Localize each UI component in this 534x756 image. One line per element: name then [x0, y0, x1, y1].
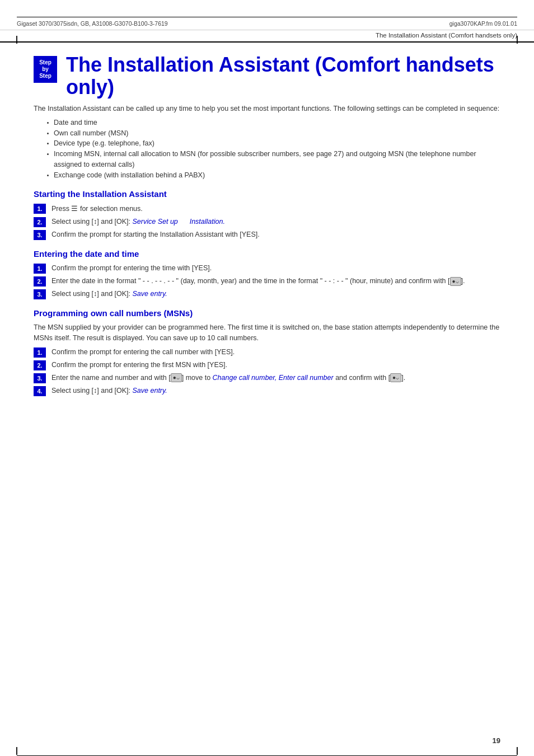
step-text-starting-1: Press ☰ for selection menus. — [51, 203, 500, 214]
bullet-item-1: Date and time — [47, 118, 500, 128]
step-text-datetime-1: Confirm the prompt for entering the time… — [51, 263, 500, 274]
page-number: 19 — [493, 736, 500, 745]
step-text-starting-3: Confirm the prompt for starting the Inst… — [51, 229, 500, 240]
step-msn-1: 1. Confirm the prompt for entering the c… — [34, 347, 500, 358]
corner-mark-bl: | — [16, 746, 18, 755]
step-num-dt-2: 2. — [34, 276, 46, 287]
step-datetime-1: 1. Confirm the prompt for entering the t… — [34, 263, 500, 274]
corner-mark-tl: | — [16, 35, 18, 44]
step-msn-4: 4. Select using [↕] and [OK]: Save entry… — [34, 386, 500, 396]
step-num-dt-1: 1. — [34, 264, 46, 274]
step-num-msn-3: 3. — [34, 373, 46, 383]
step-badge: Step by Step — [34, 56, 57, 83]
step-starting-1: 1. Press ☰ for selection menus. — [34, 203, 500, 214]
title-section: Step by Step The Installation Assistant … — [34, 54, 500, 98]
main-content: Step by Step The Installation Assistant … — [0, 43, 534, 421]
step-datetime-2: 2. Enter the date in the format " - - . … — [34, 276, 500, 287]
intro-bullets: Date and time Own call number (MSN) Devi… — [47, 118, 500, 181]
header-meta-left: Gigaset 3070/3075isdn, GB, A31008-G3070-… — [17, 20, 168, 27]
step-num-1: 1. — [34, 204, 46, 214]
step-num-msn-1: 1. — [34, 348, 46, 358]
bullet-item-4: Incoming MSN, internal call allocation t… — [47, 149, 500, 170]
step-text-starting-2: Select using [↕] and [OK]: Service Set u… — [51, 217, 500, 227]
header-page-title: The Installation Assistant (Comfort hand… — [0, 30, 534, 43]
section-heading-datetime: Entering the date and time — [34, 249, 500, 259]
step-num-msn-4: 4. — [34, 386, 46, 396]
step-starting-2: 2. Select using [↕] and [OK]: Service Se… — [34, 217, 500, 227]
intro-description: The Installation Assistant can be called… — [34, 104, 500, 114]
step-text-msn-3: Enter the name and number and with [●⌵] … — [51, 373, 500, 383]
header-meta: Gigaset 3070/3075isdn, GB, A31008-G3070-… — [0, 17, 534, 30]
header-meta-right: giga3070KAP.fm 09.01.01 — [449, 20, 517, 27]
step-text-datetime-2: Enter the date in the format " - - . - -… — [51, 276, 500, 287]
msn-description: The MSN supplied by your provider can be… — [34, 322, 500, 344]
step-msn-2: 2. Confirm the prompt for entering the f… — [34, 360, 500, 370]
step-text-msn-2: Confirm the prompt for entering the firs… — [51, 360, 500, 370]
corner-mark-tr: | — [516, 35, 518, 44]
bullet-item-3: Device type (e.g. telephone, fax) — [47, 138, 500, 149]
step-text-msn-4: Select using [↕] and [OK]: Save entry. — [51, 386, 500, 396]
bullet-item-2: Own call number (MSN) — [47, 128, 500, 139]
step-msn-3: 3. Enter the name and number and with [●… — [34, 373, 500, 383]
step-text-datetime-3: Select using [↕] and [OK]: Save entry. — [51, 289, 500, 299]
section-heading-starting: Starting the Installation Assistant — [34, 189, 500, 199]
step-datetime-3: 3. Select using [↕] and [OK]: Save entry… — [34, 289, 500, 299]
page: | | | | Gigaset 3070/3075isdn, GB, A3100… — [0, 17, 534, 756]
step-text-msn-1: Confirm the prompt for entering the call… — [51, 347, 500, 358]
section-heading-msn: Programming own call numbers (MSNs) — [34, 308, 500, 318]
step-num-2: 2. — [34, 217, 46, 227]
bullet-item-5: Exchange code (with installation behind … — [47, 170, 500, 181]
step-num-dt-3: 3. — [34, 289, 46, 299]
corner-mark-br: | — [516, 746, 518, 755]
main-title: The Installation Assistant (Comfort hand… — [66, 54, 500, 98]
step-starting-3: 3. Confirm the prompt for starting the I… — [34, 229, 500, 240]
step-num-3: 3. — [34, 230, 46, 240]
step-num-msn-2: 2. — [34, 360, 46, 370]
